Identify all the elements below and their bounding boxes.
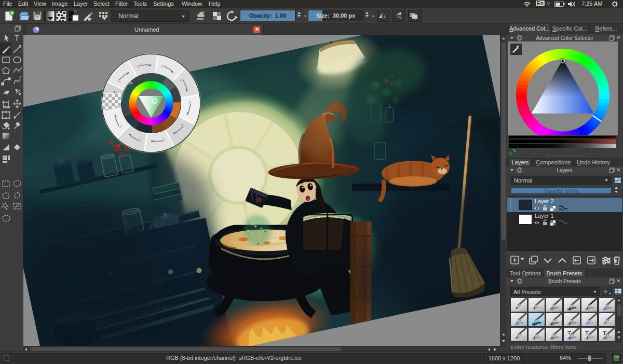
- svg-text:T: T: [15, 34, 19, 42]
